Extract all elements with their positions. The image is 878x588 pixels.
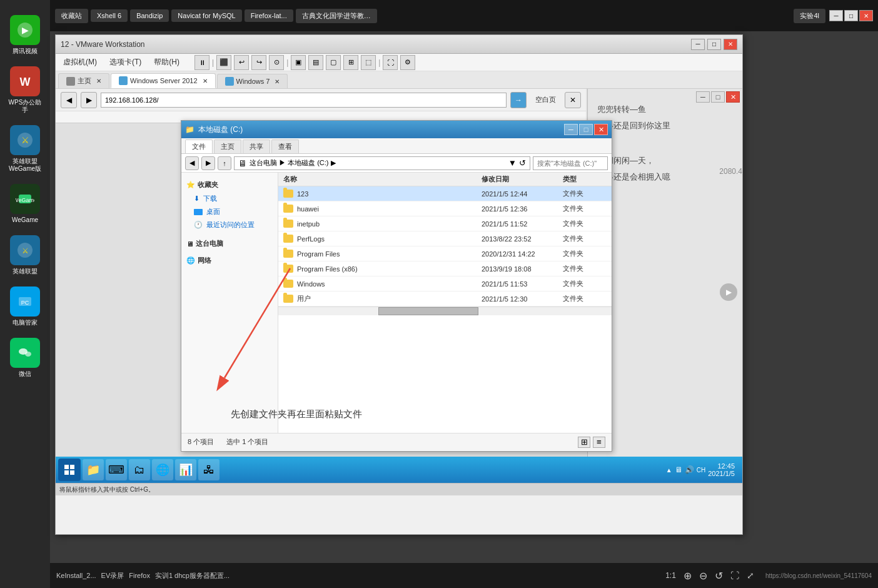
menu-vm[interactable]: 虚拟机(M) (61, 56, 99, 69)
taskbar-cmd-btn[interactable]: ⌨ (106, 459, 127, 480)
ribbon-tab-view[interactable]: 查看 (271, 139, 299, 153)
sidebar-icon-wechat[interactable]: 微信 (3, 335, 47, 380)
toolbar-btn1[interactable]: ⬛ (216, 55, 231, 70)
table-row[interactable]: 用户 2021/1/5 12:30 文件夹 (278, 291, 612, 307)
sidebar-network-header[interactable]: 🌐 网络 (181, 253, 278, 268)
toolbar-btn4[interactable]: ⊙ (269, 55, 284, 70)
sidebar-recent[interactable]: 🕐 最近访问的位置 (181, 218, 278, 231)
taskbar-start-btn[interactable] (58, 459, 81, 481)
scroll-thumb[interactable] (378, 307, 478, 315)
vmware-minimize[interactable]: ─ (691, 39, 705, 50)
bottom-app-ev[interactable]: EV录屏 (101, 571, 124, 580)
toolbar-view4[interactable]: ⊞ (343, 55, 358, 70)
tab-home-close[interactable]: ✕ (96, 78, 101, 84)
sidebar-thispc-header[interactable]: 🖥 这台电脑 (181, 236, 278, 251)
exp-up[interactable]: ↑ (218, 156, 231, 170)
sidebar-downloads[interactable]: ⬇ 下载 (181, 192, 278, 205)
bottom-app-firefox[interactable]: Firefox (129, 572, 150, 579)
tab-win7[interactable]: Windows 7 ✕ (217, 74, 288, 88)
zoom-in-btn[interactable]: ⊕ (684, 570, 692, 582)
table-row[interactable]: Windows 2021/1/5 11:53 文件夹 (278, 276, 612, 291)
sidebar-icon-wps[interactable]: W WPS办公助手 (3, 64, 47, 116)
toolbar-view1[interactable]: ▣ (291, 55, 306, 70)
toolbar-settings[interactable]: ⚙ (400, 55, 415, 70)
browser-go[interactable]: → (510, 92, 527, 108)
ribbon-tab-home[interactable]: 主页 (214, 139, 241, 153)
tab-xshell[interactable]: Xshell 6 (91, 9, 128, 22)
view-list[interactable]: ≡ (593, 437, 605, 448)
tab-navicat[interactable]: Navicat for MySQL (171, 9, 241, 22)
explorer-close[interactable]: ✕ (594, 124, 608, 135)
ribbon-tab-share[interactable]: 共享 (243, 139, 270, 153)
sidebar-icon-lol[interactable]: ⚔ 英雄联盟 (3, 233, 47, 278)
zoom-fullscreen-btn[interactable]: ⤢ (747, 570, 754, 580)
sidebar-icon-pcmgr[interactable]: PC 电脑管家 (3, 284, 47, 329)
sidebar-icon-wegame[interactable]: WeGame WeGame (3, 181, 47, 226)
vm-inner-close[interactable]: ✕ (726, 91, 740, 103)
vmware-screen[interactable]: ─ □ ✕ ◀ ▶ → 空白页 ✕ 📁 (56, 89, 742, 495)
taskbar-server-btn[interactable]: 🖧 (198, 459, 220, 480)
menu-tab[interactable]: 选项卡(T) (107, 56, 144, 69)
table-row[interactable]: Program Files (x86) 2013/9/19 18:08 文件夹 (278, 261, 612, 276)
sidebar-icon-tengxun[interactable]: ▶ 腾讯视频 (3, 13, 47, 58)
exp-refresh[interactable]: ↺ (519, 158, 526, 168)
bottom-app-keinstall[interactable]: KeInstall_2... (56, 572, 96, 579)
sidebar-desktop[interactable]: 桌面 (181, 205, 278, 218)
table-row[interactable]: inetpub 2021/1/5 11:52 文件夹 (278, 216, 612, 231)
exp-address-box[interactable]: 🖥 这台电脑 ▶ 本地磁盘 (C:) ▶ ▼ ↺ (234, 156, 530, 170)
toolbar-btn3[interactable]: ↪ (251, 55, 266, 70)
browser-address[interactable] (101, 93, 507, 108)
zoom-fit-btn[interactable]: ⛶ (730, 570, 739, 580)
tab-shoucang[interactable]: 收藏站 (55, 9, 88, 23)
exp-back[interactable]: ◀ (185, 156, 199, 170)
ribbon-tab-file[interactable]: 文件 (185, 139, 213, 153)
vm-inner-maximize[interactable]: □ (711, 91, 725, 103)
toolbar-pause[interactable]: ⏸ (194, 55, 209, 70)
tab-shiyan[interactable]: 实验4l (794, 9, 825, 23)
table-row[interactable]: huawei 2021/1/5 12:36 文件夹 (278, 201, 612, 216)
taskbar-maximize[interactable]: □ (844, 10, 858, 21)
exp-search[interactable] (533, 156, 608, 170)
right-panel-arrow[interactable]: ▶ (720, 283, 737, 301)
zoom-reset-btn[interactable]: ↺ (715, 570, 723, 582)
taskbar-minimize[interactable]: ─ (829, 10, 843, 21)
tab-win7-close[interactable]: ✕ (275, 78, 280, 85)
toolbar-btn2[interactable]: ↩ (234, 55, 249, 70)
tab-gudian[interactable]: 古典文化国学进等教学课 (296, 9, 377, 23)
taskbar-excel-btn[interactable]: 📊 (175, 459, 196, 480)
tab-bandizip[interactable]: Bandizip (130, 9, 169, 22)
taskbar-explorer-btn[interactable]: 📁 (83, 459, 104, 480)
vmware-close[interactable]: ✕ (724, 39, 737, 50)
taskbar-folder-btn[interactable]: 🗂 (129, 459, 150, 480)
sidebar-icon-lol-wegame[interactable]: ⚔ 英雄联盟WeGame版 (3, 123, 47, 175)
table-row[interactable]: 123 2021/1/5 12:44 文件夹 (278, 186, 612, 201)
view-large[interactable]: ⊞ (578, 437, 590, 448)
explorer-maximize[interactable]: □ (579, 124, 593, 135)
menu-help[interactable]: 帮助(H) (151, 56, 182, 69)
toolbar-screen[interactable]: ⛶ (383, 55, 398, 70)
taskbar-ie-btn[interactable]: 🌐 (152, 459, 173, 480)
zoom-out-btn[interactable]: ⊖ (699, 570, 707, 582)
tab-ws2012[interactable]: Windows Server 2012 ✕ (111, 73, 216, 88)
tab-firefox[interactable]: Firefox-lat... (245, 9, 293, 22)
toolbar-view3[interactable]: ▢ (326, 55, 341, 70)
table-row[interactable]: PerfLogs 2013/8/22 23:52 文件夹 (278, 231, 612, 246)
toolbar-view5[interactable]: ⬚ (361, 55, 376, 70)
table-row[interactable]: Program Files 2020/12/31 14:22 文件夹 (278, 246, 612, 261)
bottom-app-shiyan[interactable]: 实训1 dhcp服务器配置... (155, 571, 230, 580)
left-sidebar: ▶ 腾讯视频 W WPS办公助手 ⚔ 英雄联盟WeGame版 WeGame We… (0, 0, 50, 588)
horizontal-scrollbar[interactable] (278, 307, 612, 315)
taskbar-close[interactable]: ✕ (859, 10, 873, 21)
browser-back[interactable]: ◀ (61, 92, 77, 108)
explorer-minimize[interactable]: ─ (564, 124, 578, 135)
vm-inner-minimize[interactable]: ─ (696, 91, 710, 103)
vmware-maximize[interactable]: □ (707, 39, 721, 50)
sidebar-favorites-header[interactable]: ⭐ 收藏夹 (181, 178, 278, 192)
tab-home[interactable]: 主页 ✕ (58, 73, 109, 88)
tab-ws2012-close[interactable]: ✕ (203, 78, 208, 84)
browser-forward[interactable]: ▶ (81, 92, 97, 108)
browser-page-close[interactable]: ✕ (565, 92, 581, 108)
exp-forward[interactable]: ▶ (201, 156, 215, 170)
toolbar-view2[interactable]: ▤ (308, 55, 323, 70)
exp-address-dropdown[interactable]: ▼ (508, 158, 517, 168)
